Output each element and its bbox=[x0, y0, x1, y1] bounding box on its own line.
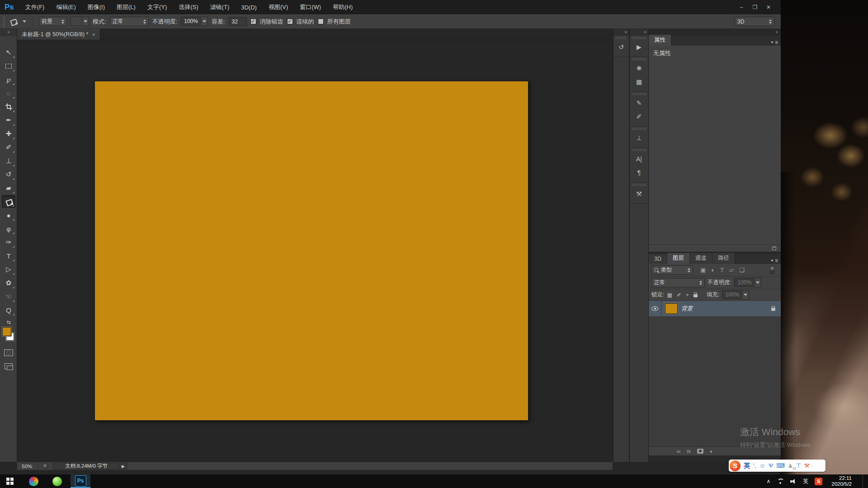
menu-file[interactable]: 文件(F) bbox=[19, 0, 51, 14]
document-tab[interactable]: 未标题-1 @ 50%(RGB/8) * × bbox=[17, 29, 100, 40]
layers-panel-menu[interactable]: ≡ bbox=[771, 258, 781, 264]
lock-transparency-icon[interactable]: ▦ bbox=[667, 292, 672, 298]
menu-edit[interactable]: 编辑(E) bbox=[50, 0, 81, 14]
paragraph-panel-button[interactable]: ¶ bbox=[630, 166, 648, 179]
tool-preset-dropdown[interactable] bbox=[21, 17, 28, 26]
brush-presets-panel-button[interactable]: ✎ bbox=[630, 96, 648, 110]
tab-paths[interactable]: 路径 bbox=[712, 253, 735, 264]
history-panel-button[interactable]: ↺ bbox=[613, 40, 629, 54]
clone-source-panel-button[interactable]: ⊥ bbox=[630, 131, 648, 145]
antialias-checkbox[interactable]: ✓ bbox=[250, 19, 256, 24]
tab-layers[interactable]: 图层 bbox=[667, 253, 690, 264]
ime-punctuation-icon[interactable]: ’, bbox=[753, 463, 756, 469]
layer-style-icon[interactable]: fx bbox=[687, 449, 691, 454]
soft-keyboard-icon[interactable]: ⌨ bbox=[776, 463, 785, 469]
swap-colors-button[interactable]: ⇆ bbox=[2, 318, 15, 326]
brush-tool[interactable]: ✐ bbox=[2, 141, 15, 154]
menu-layer[interactable]: 图层(L) bbox=[111, 0, 142, 14]
pen-tool[interactable]: ✑ bbox=[2, 236, 15, 249]
type-tool[interactable]: T bbox=[2, 249, 15, 262]
layer-filter-select[interactable]: 类型 bbox=[651, 265, 693, 275]
paint-bucket-tool[interactable] bbox=[2, 195, 15, 208]
layer-row-background[interactable]: 背景 bbox=[649, 301, 781, 316]
volume-icon[interactable] bbox=[790, 479, 797, 484]
filter-adjustment-layers-icon[interactable]: ◐ bbox=[711, 267, 715, 273]
tab-properties[interactable]: 属性 bbox=[649, 35, 671, 46]
status-menu-arrow[interactable]: ▶ bbox=[120, 463, 127, 469]
all-layers-checkbox[interactable] bbox=[318, 19, 324, 24]
screen-mode-button[interactable] bbox=[2, 360, 15, 372]
emoji-icon[interactable]: ☺ bbox=[760, 463, 765, 469]
menu-filter[interactable]: 滤镜(T) bbox=[204, 0, 236, 14]
menu-type[interactable]: 文字(Y) bbox=[142, 0, 173, 14]
tray-expand-icon[interactable]: ∧ bbox=[766, 478, 770, 484]
lasso-tool[interactable]: ℘ bbox=[2, 73, 15, 86]
layer-opacity-select[interactable]: 100% bbox=[734, 278, 761, 287]
workspace-switcher[interactable]: 3D bbox=[735, 17, 774, 26]
crop-tool[interactable] bbox=[2, 100, 15, 113]
menu-select[interactable]: 选择(S) bbox=[173, 0, 204, 14]
foreground-color-swatch[interactable] bbox=[2, 327, 11, 336]
document-canvas[interactable] bbox=[94, 81, 528, 421]
adjustment-layer-icon[interactable]: ◐ bbox=[710, 448, 713, 455]
start-button[interactable] bbox=[0, 474, 20, 488]
pattern-picker[interactable] bbox=[71, 17, 89, 26]
blend-mode-select[interactable]: 正常 bbox=[651, 278, 705, 287]
lock-all-icon[interactable] bbox=[693, 294, 698, 297]
contiguous-checkbox[interactable]: ✓ bbox=[287, 19, 293, 24]
zoom-tool[interactable]: Q bbox=[2, 304, 15, 316]
color-panel-button[interactable]: ❋ bbox=[630, 61, 648, 75]
mode-select[interactable]: 正常 bbox=[110, 17, 149, 26]
quick-selection-tool[interactable]: ◌ bbox=[2, 87, 15, 99]
taskbar-app-photoshop[interactable]: Ps bbox=[71, 474, 90, 488]
layer-fill-select[interactable]: 100% bbox=[722, 290, 749, 300]
lock-position-icon[interactable]: + bbox=[686, 292, 689, 298]
sogou-tray-icon[interactable]: S bbox=[815, 478, 822, 485]
link-layers-icon[interactable]: ∞ bbox=[677, 448, 681, 455]
clock[interactable]: 22:11 2020/5/2 bbox=[829, 475, 852, 487]
voice-input-icon[interactable]: Ѱ bbox=[769, 463, 773, 469]
ime-language-indicator[interactable]: 英 bbox=[744, 462, 750, 470]
ime-account-icon[interactable]: ♟19 bbox=[788, 463, 793, 469]
ime-settings-icon[interactable]: ⚒ bbox=[804, 462, 810, 469]
tab-close-icon[interactable]: × bbox=[92, 31, 95, 38]
blur-tool[interactable]: ● bbox=[2, 209, 15, 221]
filter-toggle-switch[interactable] bbox=[770, 266, 774, 274]
add-mask-icon[interactable] bbox=[697, 449, 703, 454]
menu-help[interactable]: 帮助(H) bbox=[327, 0, 359, 14]
taskbar-app-safe-browser[interactable] bbox=[47, 474, 67, 488]
menu-3d[interactable]: 3D(D) bbox=[235, 0, 263, 14]
opacity-select[interactable]: 100% bbox=[181, 17, 208, 26]
menu-image[interactable]: 图像(I) bbox=[82, 0, 111, 14]
menu-view[interactable]: 视图(V) bbox=[263, 0, 294, 14]
quick-mask-button[interactable] bbox=[2, 346, 15, 359]
tool-presets-panel-button[interactable]: ⚒ bbox=[630, 187, 648, 201]
taskbar-app-browser[interactable] bbox=[24, 474, 43, 488]
paint-bucket-tool-icon[interactable] bbox=[9, 18, 17, 25]
filter-shape-layers-icon[interactable]: ▱ bbox=[729, 267, 734, 273]
strip-collapse-icon[interactable]: « bbox=[630, 29, 648, 36]
close-button[interactable]: ✕ bbox=[762, 2, 775, 12]
maximize-button[interactable]: ❐ bbox=[748, 2, 762, 12]
minimize-button[interactable]: – bbox=[735, 2, 748, 12]
healing-brush-tool[interactable]: ✚ bbox=[2, 127, 15, 140]
strip-collapse-icon[interactable]: « bbox=[613, 29, 629, 36]
clone-stamp-tool[interactable]: ⊥ bbox=[2, 155, 15, 167]
path-selection-tool[interactable]: ▷ bbox=[2, 263, 15, 276]
history-brush-tool[interactable]: ↺ bbox=[2, 168, 15, 181]
swatches-panel-button[interactable]: ▦ bbox=[630, 75, 648, 89]
properties-panel-menu[interactable]: ≡ bbox=[771, 39, 781, 46]
ime-skin-icon[interactable]: ⊤ bbox=[796, 463, 801, 469]
dodge-tool[interactable]: φ bbox=[2, 222, 15, 235]
character-panel-button[interactable]: A| bbox=[630, 152, 648, 166]
eyedropper-tool[interactable]: ✒ bbox=[2, 114, 15, 127]
tab-3d[interactable]: 3D bbox=[649, 254, 667, 264]
show-desktop-button[interactable] bbox=[863, 474, 864, 488]
filter-type-layers-icon[interactable]: T bbox=[720, 267, 724, 273]
toolbox-collapse[interactable]: » bbox=[0, 29, 17, 36]
custom-shape-tool[interactable]: ✿ bbox=[2, 277, 15, 289]
sogou-logo-icon[interactable]: S bbox=[730, 460, 741, 471]
layer-visibility-cell[interactable] bbox=[649, 301, 661, 316]
language-indicator[interactable]: 英 bbox=[803, 478, 808, 485]
marquee-tool[interactable] bbox=[2, 60, 15, 72]
